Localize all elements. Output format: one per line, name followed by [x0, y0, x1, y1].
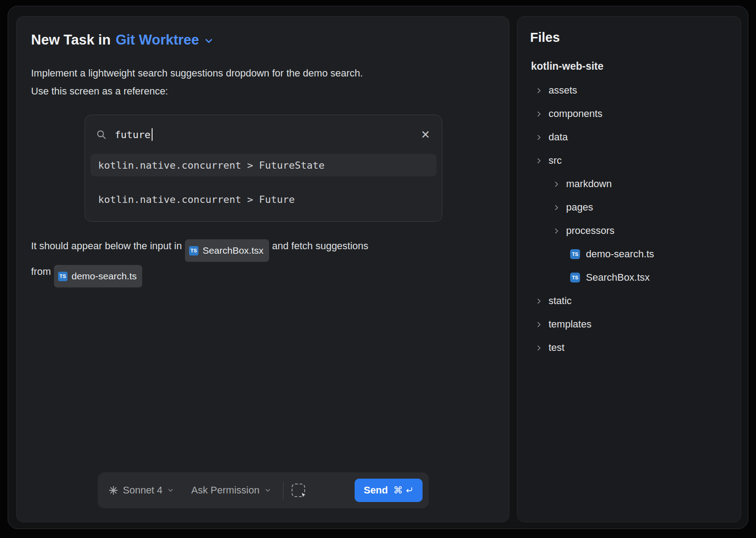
- files-panel-title: Files: [530, 30, 728, 45]
- chevron-right-icon: [535, 110, 543, 118]
- tree-item-label: markdown: [566, 178, 612, 190]
- tree-item-label: assets: [549, 85, 577, 96]
- search-input[interactable]: future ✕: [85, 115, 442, 154]
- typescript-icon: TS: [570, 273, 580, 282]
- file-chip-label: demo-search.ts: [72, 266, 137, 286]
- command-icon: ⌘: [393, 485, 403, 496]
- tree-item-assets[interactable]: assets: [530, 79, 728, 102]
- composer-toolbar: Sonnet 4 Ask Permission Send ⌘: [98, 472, 429, 508]
- chevron-right-icon: [535, 297, 543, 305]
- chevron-down-icon: [264, 487, 271, 494]
- chevron-right-icon: [535, 157, 543, 165]
- instruction-part-2: and fetch suggestions: [272, 240, 369, 251]
- tree-item-label: pages: [566, 202, 593, 213]
- model-selector[interactable]: Sonnet 4: [108, 484, 174, 496]
- tree-item-pages[interactable]: pages: [530, 196, 728, 219]
- task-description: Implement a lightweight search suggestio…: [31, 64, 495, 100]
- tree-item-label: SearchBox.tsx: [586, 272, 650, 283]
- tree-item-label: data: [549, 131, 568, 143]
- task-description-line-2: Use this screen as a reference:: [31, 82, 495, 100]
- app-window: New Task in Git Worktree Implement a lig…: [8, 6, 748, 529]
- chevron-down-icon[interactable]: [203, 36, 214, 48]
- sparkle-icon: [108, 485, 118, 495]
- instruction-part-3: from: [31, 266, 51, 277]
- tree-root-kotlin-web-site[interactable]: kotlin-web-site: [530, 60, 728, 72]
- permission-label: Ask Permission: [191, 484, 260, 496]
- suggestion-item[interactable]: kotlin.native.concurrent > FutureState: [90, 154, 436, 176]
- instruction-text: It should appear below the input inTSSea…: [31, 236, 495, 287]
- typescript-icon: TS: [570, 249, 580, 259]
- tree-item-components[interactable]: components: [530, 102, 728, 126]
- instruction-part-1: It should appear below the input in: [31, 240, 182, 251]
- chevron-right-icon: [553, 204, 560, 211]
- tree-item-label: src: [549, 155, 562, 166]
- file-chip-searchbox[interactable]: TSSearchBox.tsx: [185, 239, 269, 262]
- toolbar-divider: [283, 481, 284, 499]
- search-reference-mock: future ✕ kotlin.native.concurrent > Futu…: [85, 115, 442, 222]
- tree-item-templates[interactable]: templates: [530, 313, 728, 336]
- search-icon: [96, 129, 107, 140]
- tree-item-label: demo-search.ts: [586, 248, 654, 260]
- tree-item-markdown[interactable]: markdown: [530, 172, 728, 196]
- tree-item-label: static: [549, 295, 572, 307]
- tree-item-demo-search-ts[interactable]: TS demo-search.ts: [530, 242, 728, 266]
- model-label: Sonnet 4: [123, 484, 162, 496]
- send-shortcut: ⌘: [393, 485, 414, 496]
- files-panel: Files kotlin-web-site assets components …: [517, 16, 741, 522]
- task-description-line-1: Implement a lightweight search suggestio…: [31, 64, 495, 82]
- file-chip-label: SearchBox.tsx: [202, 241, 263, 260]
- file-tree: assets components data src markdown page…: [530, 79, 728, 359]
- tree-item-label: processors: [566, 225, 615, 237]
- chevron-right-icon: [553, 180, 560, 188]
- typescript-icon: TS: [58, 272, 68, 281]
- tree-item-processors[interactable]: processors: [530, 219, 728, 242]
- chevron-right-icon: [535, 321, 543, 328]
- worktree-selector[interactable]: Git Worktree: [116, 32, 199, 48]
- tree-item-src[interactable]: src: [530, 149, 728, 172]
- search-query: future: [115, 129, 150, 140]
- tree-item-label: test: [549, 342, 564, 354]
- chevron-right-icon: [535, 344, 543, 352]
- clear-search-button[interactable]: ✕: [421, 129, 430, 140]
- tree-item-searchbox-tsx[interactable]: TS SearchBox.tsx: [530, 266, 728, 289]
- tree-item-data[interactable]: data: [530, 126, 728, 149]
- chevron-down-icon: [167, 487, 174, 494]
- chevron-right-icon: [535, 87, 543, 94]
- text-caret: [152, 128, 153, 141]
- chevron-right-icon: [553, 227, 560, 235]
- title-prefix: New Task in: [31, 32, 111, 48]
- chevron-right-icon: [535, 134, 543, 141]
- typescript-icon: TS: [189, 246, 198, 256]
- return-key-icon: [405, 486, 414, 495]
- permission-selector[interactable]: Ask Permission: [191, 484, 271, 496]
- tree-item-static[interactable]: static: [530, 289, 728, 313]
- tree-item-label: templates: [549, 318, 591, 330]
- send-button[interactable]: Send ⌘: [355, 479, 423, 502]
- screen-select-icon[interactable]: [292, 484, 305, 497]
- page-title: New Task in Git Worktree: [31, 32, 495, 48]
- new-task-panel: New Task in Git Worktree Implement a lig…: [16, 16, 509, 522]
- send-label: Send: [364, 484, 388, 496]
- file-chip-demo-search[interactable]: TSdemo-search.ts: [54, 265, 142, 287]
- suggestion-item[interactable]: kotlin.native.concurrent > Future: [90, 188, 436, 211]
- tree-item-test[interactable]: test: [530, 336, 728, 359]
- tree-item-label: components: [549, 108, 603, 120]
